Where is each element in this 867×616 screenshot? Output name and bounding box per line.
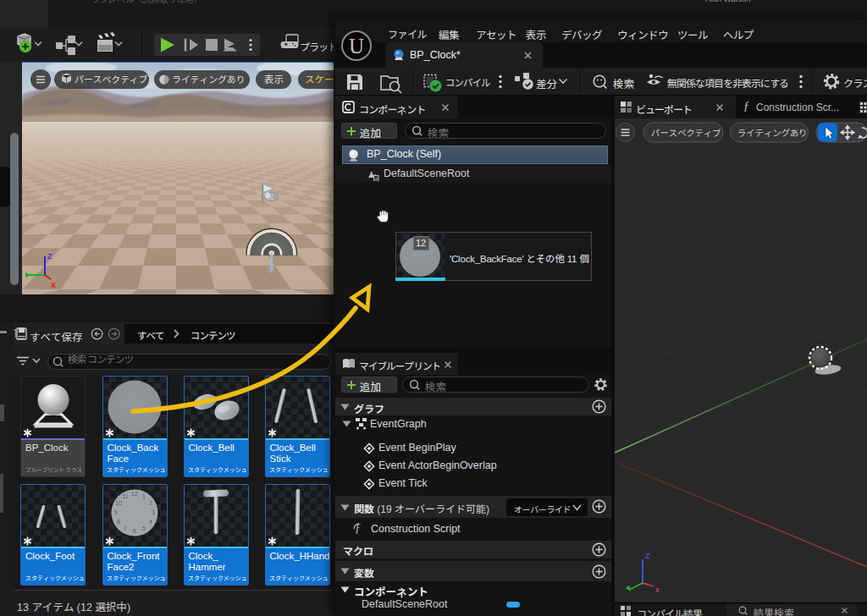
svg-text:6: 6 (133, 528, 136, 534)
svg-text:11: 11 (122, 493, 128, 499)
svg-text:12: 12 (131, 491, 138, 497)
svg-text:x: x (655, 586, 660, 594)
svg-text:1: 1 (142, 493, 146, 499)
svg-text:ライティングあり: ライティングあり (172, 74, 245, 85)
svg-text:5: 5 (142, 525, 146, 531)
svg-text:X: X (51, 281, 56, 289)
svg-text:8: 8 (117, 519, 120, 525)
svg-text:ライティングあり: ライティングあり (737, 128, 807, 138)
svg-text:7: 7 (124, 525, 127, 531)
svg-text:Z: Z (645, 552, 650, 560)
svg-text:10: 10 (115, 500, 122, 506)
svg-text:パースペクティブ: パースペクティブ (651, 128, 721, 138)
svg-text:9: 9 (114, 509, 118, 515)
svg-text:4: 4 (149, 519, 152, 525)
svg-text:U: U (349, 35, 364, 58)
svg-text:3: 3 (152, 509, 155, 515)
svg-text:スケー: スケー (305, 74, 334, 85)
svg-text:パースペクティブ: パースペクティブ (75, 74, 148, 85)
svg-text:表示: 表示 (264, 74, 284, 85)
svg-text:2: 2 (149, 500, 152, 506)
svg-text:Z: Z (47, 252, 52, 261)
